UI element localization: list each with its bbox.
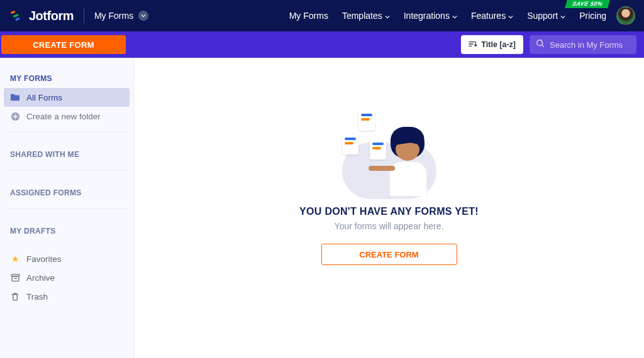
nav-templates[interactable]: Templates <box>342 11 390 21</box>
section-drafts[interactable]: MY DRAFTS <box>4 215 130 241</box>
nav-integrations[interactable]: Integrations <box>404 11 457 21</box>
section-shared[interactable]: SHARED WITH ME <box>4 139 130 164</box>
nav-divider <box>84 8 84 23</box>
context-switcher[interactable]: My Forms <box>94 11 148 21</box>
chevron-down-icon <box>560 11 565 21</box>
chevron-down-icon <box>138 11 148 21</box>
sort-label: Title [a-z] <box>481 40 516 49</box>
sidebar-item-label: Trash <box>26 292 48 301</box>
empty-state-title: YOU DON'T HAVE ANY FORMS YET! <box>299 206 479 217</box>
svg-rect-1 <box>13 14 19 18</box>
main-content: YOU DON'T HAVE ANY FORMS YET! Your forms… <box>134 58 644 358</box>
svg-rect-5 <box>11 274 19 276</box>
star-icon: ★ <box>10 254 20 264</box>
avatar[interactable] <box>616 6 635 25</box>
chevron-down-icon <box>385 11 390 21</box>
sidebar-item-label: Create a new folder <box>26 112 101 121</box>
promo-badge[interactable]: SAVE 50% <box>565 0 610 8</box>
sort-button[interactable]: Title [a-z] <box>461 35 523 54</box>
archive-icon <box>10 273 20 283</box>
section-assigned[interactable]: ASSIGNED FORMS <box>4 177 130 202</box>
chevron-down-icon <box>452 11 457 21</box>
sidebar: CREATE FORM MY FORMS All Forms Create a … <box>0 58 134 358</box>
context-label: My Forms <box>94 11 133 21</box>
svg-rect-2 <box>15 18 20 21</box>
primary-nav: My Forms Templates Integrations Features… <box>289 11 606 21</box>
sidebar-item-all-forms[interactable]: All Forms <box>4 88 130 107</box>
empty-state-illustration <box>336 108 443 196</box>
jotform-logo-icon <box>9 8 24 23</box>
empty-state-subtitle: Your forms will appear here. <box>335 221 444 231</box>
brand-logo[interactable]: Jotform <box>9 8 74 23</box>
sidebar-divider <box>6 209 127 209</box>
sort-icon <box>469 40 477 50</box>
sidebar-item-favorites[interactable]: ★ Favorites <box>4 249 130 268</box>
empty-state-create-button[interactable]: CREATE FORM <box>321 244 457 265</box>
section-my-forms[interactable]: MY FORMS <box>4 63 130 88</box>
nav-support[interactable]: Support <box>527 11 565 21</box>
plus-circle-icon <box>10 111 20 121</box>
trash-icon <box>10 291 20 301</box>
search-field[interactable] <box>530 35 636 54</box>
create-form-button[interactable]: CREATE FORM <box>1 35 126 54</box>
sidebar-item-trash[interactable]: Trash <box>4 287 130 306</box>
chevron-down-icon <box>508 11 513 21</box>
top-nav: Jotform My Forms My Forms Templates Inte… <box>0 0 644 31</box>
sidebar-item-label: Archive <box>26 273 55 283</box>
brand-name: Jotform <box>29 9 74 23</box>
nav-my-forms[interactable]: My Forms <box>289 11 328 21</box>
search-icon <box>536 39 545 50</box>
sidebar-item-label: Favorites <box>26 254 62 264</box>
folder-icon <box>10 92 20 102</box>
sidebar-item-new-folder[interactable]: Create a new folder <box>4 107 130 126</box>
nav-pricing[interactable]: Pricing <box>579 11 606 21</box>
nav-features[interactable]: Features <box>471 11 513 21</box>
sidebar-divider <box>6 132 127 133</box>
sidebar-item-archive[interactable]: Archive <box>4 268 130 287</box>
sidebar-item-label: All Forms <box>26 93 62 102</box>
svg-rect-0 <box>10 11 15 14</box>
search-input[interactable] <box>550 40 644 50</box>
sidebar-divider <box>6 170 127 171</box>
